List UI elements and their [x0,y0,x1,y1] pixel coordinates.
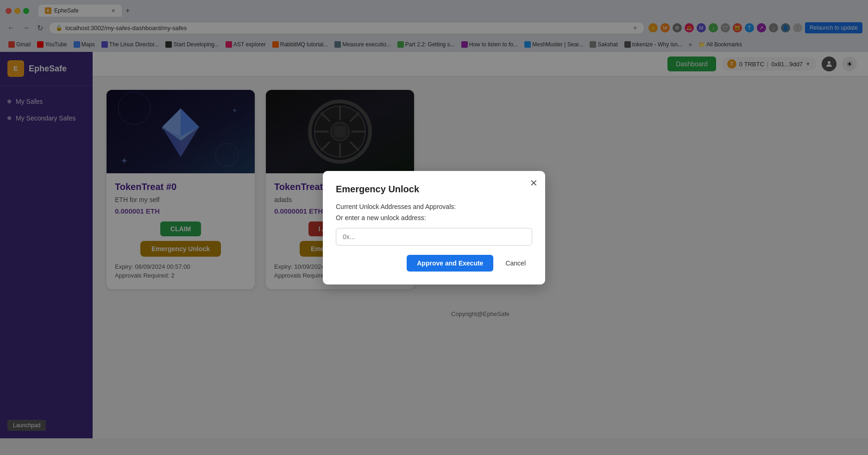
approve-execute-button[interactable]: Approve and Execute [407,255,493,272]
modal-new-address-label: Or enter a new unlock address: [336,214,532,221]
modal-overlay: Emergency Unlock ✕ Current Unlock Addres… [0,0,868,438]
unlock-address-input[interactable] [336,228,532,246]
modal-current-label: Current Unlock Addresses and Approvals: [336,203,532,210]
modal-close-button[interactable]: ✕ [530,177,538,189]
emergency-unlock-modal: Emergency Unlock ✕ Current Unlock Addres… [323,171,545,284]
modal-title: Emergency Unlock [336,184,532,195]
cancel-button[interactable]: Cancel [499,255,532,272]
modal-actions: Approve and Execute Cancel [336,255,532,272]
